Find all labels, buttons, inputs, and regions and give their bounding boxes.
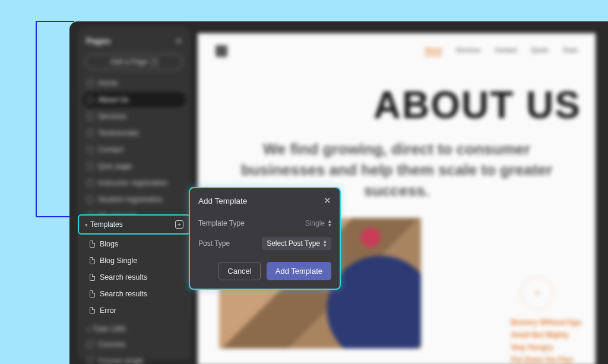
guide-line (36, 21, 74, 22)
post-type-select[interactable]: Select Post Type ▴▾ (262, 237, 331, 250)
page-icon (90, 274, 95, 281)
side-list-item: Put Down the Plan (511, 356, 573, 364)
tutor-header-label: Tutor LMS (93, 325, 126, 333)
nav-links: About Services Contact Quote Team (425, 47, 578, 56)
page-icon (87, 179, 93, 186)
page-icon (87, 80, 93, 87)
post-type-label: Post Type (198, 239, 230, 248)
close-icon[interactable]: ✕ (324, 195, 331, 206)
template-label: Search results (100, 273, 147, 281)
add-page-button[interactable]: Add a Page + (85, 54, 183, 69)
chevron-down-icon: ▾ (85, 222, 88, 228)
nav-link[interactable]: Services (456, 47, 480, 56)
nav-link[interactable]: Contact (495, 47, 517, 56)
page-icon (87, 129, 93, 137)
sidebar-item-services[interactable]: Services (83, 109, 186, 124)
page-label: About Us (98, 96, 128, 104)
chevron-updown-icon: ▴▾ (328, 219, 331, 227)
page-label: Testimonials (98, 129, 139, 137)
submit-label: Add Template (276, 267, 322, 276)
templates-section: ▾Templates + Blogs Blog Single Search re… (78, 214, 191, 319)
template-item-error[interactable]: Error (78, 302, 191, 319)
page-label: Quiz page (98, 162, 132, 170)
tutor-section-header[interactable]: ▾Tutor LMS (83, 321, 186, 337)
add-page-label: Add a Page (110, 58, 148, 66)
add-template-modal: Add Template ✕ Template Type Single ▴▾ P… (189, 187, 341, 290)
chevron-updown-icon: ▴▾ (324, 239, 327, 248)
page-label: Services (98, 112, 126, 121)
page-label: Student registration (98, 195, 162, 204)
page-icon (90, 257, 95, 264)
page-label: Home (98, 79, 118, 87)
template-item-blog-single[interactable]: Blog Single (78, 252, 191, 269)
page-icon (90, 240, 95, 248)
side-list-item: Stay Hungry (511, 343, 553, 352)
page-icon (87, 341, 93, 348)
sidebar-item-about[interactable]: About Us (83, 92, 186, 107)
plus-icon: + (534, 287, 541, 300)
site-logo (216, 45, 227, 57)
page-icon (87, 196, 93, 203)
template-label: Error (100, 306, 116, 315)
page-label: Instructor registration (98, 179, 167, 187)
plus-icon: + (151, 58, 158, 65)
nav-link[interactable]: About (425, 47, 442, 56)
nav-link[interactable]: Quote (531, 47, 549, 56)
post-type-row: Post Type Select Post Type ▴▾ (198, 237, 331, 250)
side-list: Bravery Without Ego Small But Mighty Sta… (511, 318, 581, 364)
cancel-label: Cancel (227, 267, 251, 276)
sidebar-item-home[interactable]: Home (83, 75, 186, 91)
template-item-search-results[interactable]: Search results (78, 269, 191, 286)
page-icon (87, 96, 93, 103)
template-label: Search results (100, 290, 147, 298)
modal-title: Add Template (198, 197, 247, 205)
page-icon (87, 357, 93, 364)
page-icon (90, 290, 95, 297)
sidebar-item-courses[interactable]: Courses (83, 337, 186, 352)
template-type-select[interactable]: Single ▴▾ (305, 219, 331, 227)
nav-link[interactable]: Team (563, 47, 578, 56)
guide-line (36, 216, 74, 217)
sidebar-item-testimonials[interactable]: Testimonials (83, 125, 186, 141)
page-icon (87, 163, 93, 170)
page-label: Course single (98, 357, 143, 364)
template-type-label: Template Type (198, 219, 245, 227)
template-type-row: Template Type Single ▴▾ (198, 219, 331, 227)
side-list-item: Small But Mighty (511, 331, 568, 339)
page-icon (87, 113, 93, 120)
add-template-button[interactable]: Add Template (267, 262, 331, 280)
post-type-value: Select Post Type (267, 239, 320, 248)
panel-title: Pages (86, 36, 110, 46)
template-item-blogs[interactable]: Blogs (78, 236, 191, 252)
page-label: Contact (98, 145, 124, 154)
site-nav: About Services Contact Quote Team (212, 40, 581, 65)
add-ring[interactable]: + (521, 277, 554, 310)
side-list-item: Bravery Without Ego (511, 318, 581, 327)
templates-header[interactable]: ▾Templates + (78, 214, 191, 235)
page-label: Courses (98, 340, 126, 349)
template-label: Blogs (100, 240, 118, 248)
templates-header-label: Templates (90, 220, 123, 229)
cancel-button[interactable]: Cancel (218, 262, 260, 280)
sidebar-item-instructor-reg[interactable]: Instructor registration (83, 175, 186, 191)
sidebar-item-contact[interactable]: Contact (83, 142, 186, 157)
template-type-value: Single (305, 219, 325, 227)
chevron-down-icon: ▾ (87, 327, 90, 333)
page-icon (90, 307, 95, 314)
add-template-icon[interactable]: + (175, 220, 183, 229)
close-icon[interactable]: ✕ (175, 36, 182, 46)
guide-line (36, 21, 37, 217)
page-title: ABOUT US (212, 83, 581, 127)
template-label: Blog Single (100, 257, 137, 265)
template-item-search-results-2[interactable]: Search results (78, 286, 191, 302)
sidebar-item-quiz[interactable]: Quiz page (83, 159, 186, 174)
sidebar-item-course-single[interactable]: Course single (83, 353, 186, 364)
page-icon (87, 146, 93, 153)
sidebar-item-student-reg[interactable]: Student registration (83, 192, 186, 207)
